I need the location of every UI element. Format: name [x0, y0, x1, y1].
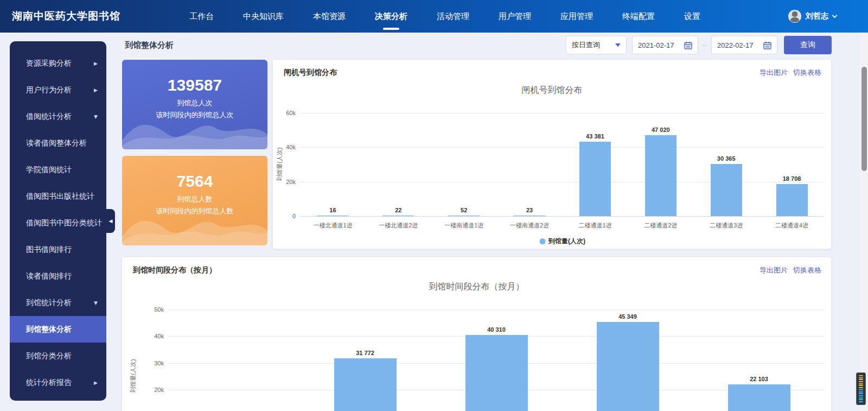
active-tab-underline — [383, 28, 399, 30]
x-category-label: 二楼通道4进 — [775, 222, 808, 230]
color-stripe — [859, 375, 863, 376]
sidebar-item-label: 读者借阅排行 — [26, 271, 72, 281]
sidebar-item-7[interactable]: 借阅图书中图分类统计 — [10, 210, 106, 236]
sidebar-item-label: 资源采购分析 — [26, 59, 72, 68]
nav-tab-4[interactable]: 决策分析 — [360, 0, 422, 33]
nav-tab-5[interactable]: 活动管理 — [422, 0, 484, 33]
nav-tab-1[interactable]: 工作台 — [175, 0, 228, 33]
bar-value-label: 47 020 — [652, 127, 670, 133]
x-category-label: 二楼通道1进 — [578, 222, 611, 230]
sidebar-item-8[interactable]: 图书借阅排行 — [10, 236, 106, 263]
nav-tab-7[interactable]: 应用管理 — [546, 0, 608, 33]
x-category-label: 一楼北通道1进 — [313, 222, 352, 230]
date-range-separator: -- — [703, 41, 707, 49]
color-stripe — [859, 383, 863, 384]
sidebar-item-10[interactable]: 到馆统计分析▼ — [10, 289, 106, 316]
user-name[interactable]: 刘哲志 — [806, 11, 828, 21]
bar-value-label: 16 — [329, 207, 336, 213]
brand-title: 湖南中医药大学图书馆 — [12, 9, 120, 23]
legend-item[interactable]: 到馆量(人次) — [539, 237, 585, 246]
bar-value-label: 23 — [526, 207, 533, 213]
sidebar-item-1[interactable]: 资源采购分析▶ — [10, 50, 106, 77]
bar[interactable] — [728, 384, 790, 411]
sidebar-item-2[interactable]: 用户行为分析▶ — [10, 77, 106, 103]
x-category-label: 一楼南通道1进 — [444, 222, 483, 230]
calendar-icon[interactable] — [684, 41, 692, 49]
stat-description: 该时间段内的到馆总人次 — [122, 110, 267, 120]
sidebar-item-9[interactable]: 读者借阅排行 — [10, 263, 106, 289]
nav-tab-9[interactable]: 设置 — [669, 0, 715, 33]
x-category-label: 二楼通道3进 — [710, 222, 743, 230]
nav-tab-2[interactable]: 中央知识库 — [228, 0, 298, 33]
bar[interactable] — [711, 164, 742, 216]
bar[interactable] — [448, 216, 480, 216]
y-tick-label: 50k — [142, 306, 164, 313]
color-stripe — [859, 389, 863, 390]
y-axis-title: 到馆量(人次) — [129, 338, 137, 411]
stat-card-total-visitors: 7564 到馆总人数 该时间段内的到馆总人数 — [122, 156, 267, 245]
nav-tab-label: 决策分析 — [375, 11, 407, 22]
x-category-label: 一楼南通道2进 — [510, 222, 549, 230]
nav-tab-label: 终端配置 — [622, 11, 655, 22]
bar[interactable] — [645, 135, 676, 216]
panel-gate-distribution: 闸机号到馆分布 导出图片 切换表格 闸机号到馆分布020k40k60k到馆量(人… — [273, 60, 831, 249]
nav-tab-label: 本馆资源 — [313, 11, 346, 22]
app-window: 湖南中医药大学图书馆 工作台中央知识库本馆资源决策分析活动管理用户管理应用管理终… — [0, 0, 868, 411]
stat-value: 7564 — [122, 172, 267, 191]
x-category-label: 二楼通道2进 — [644, 222, 677, 230]
bar[interactable] — [514, 216, 545, 216]
stat-card-total-visits: 139587 到馆总人次 该时间段内的到馆总人次 — [122, 60, 267, 149]
query-mode-value: 按日查询 — [572, 40, 600, 50]
sidebar-item-3[interactable]: 借阅统计分析▼ — [10, 103, 106, 130]
panel-time-distribution: 到馆时间段分布（按月） 导出图片 切换表格 到馆时间段分布（按月）20k30k4… — [122, 257, 831, 411]
bar[interactable] — [334, 358, 397, 411]
color-stripe — [859, 393, 863, 394]
bar-value-label: 30 365 — [717, 155, 736, 162]
stat-label: 到馆总人数 — [122, 194, 267, 204]
nav-tab-label: 用户管理 — [499, 11, 531, 22]
bar[interactable] — [382, 216, 414, 216]
gridline — [300, 113, 825, 113]
gridline — [168, 309, 825, 310]
sidebar-item-5[interactable]: 学院借阅统计 — [10, 156, 106, 183]
stat-description: 该时间段内的到馆总人数 — [122, 206, 267, 216]
scrollbar-track[interactable] — [860, 33, 868, 411]
end-date-value: 2022-02-17 — [717, 41, 754, 49]
bar[interactable] — [597, 322, 659, 411]
bar-value-label: 31 772 — [356, 350, 374, 356]
sidebar-item-6[interactable]: 借阅图书出版社统计 — [10, 183, 106, 210]
sidebar-item-13[interactable]: 统计分析报告▶ — [10, 369, 106, 396]
sidebar-item-12[interactable]: 到馆分类分析 — [10, 343, 106, 369]
y-tick-label: 40k — [142, 333, 164, 339]
sidebar-item-11[interactable]: 到馆整体分析 — [10, 316, 106, 343]
color-stripe — [859, 399, 863, 400]
sidebar-item-label: 统计分析报告 — [26, 378, 72, 388]
search-button[interactable]: 查询 — [784, 36, 832, 54]
sidebar: 资源采购分析▶用户行为分析▶借阅统计分析▼读者借阅整体分析学院借阅统计借阅图书出… — [10, 41, 106, 401]
calendar-icon[interactable] — [763, 41, 771, 49]
sidebar-collapse-toggle[interactable]: ◀ — [106, 209, 115, 233]
sidebar-item-label: 读者借阅整体分析 — [26, 138, 87, 148]
collapse-left-icon: ◀ — [109, 218, 113, 224]
color-stripe — [859, 395, 863, 396]
start-date-input[interactable]: 2021-02-17 — [632, 36, 698, 54]
sidebar-item-4[interactable]: 读者借阅整体分析 — [10, 130, 106, 156]
bar[interactable] — [776, 184, 808, 216]
user-menu[interactable]: 刘哲志 — [788, 10, 837, 23]
query-mode-select[interactable]: 按日查询 — [566, 36, 627, 54]
nav-tab-3[interactable]: 本馆资源 — [298, 0, 360, 33]
bar[interactable] — [317, 216, 348, 216]
nav-tab-8[interactable]: 终端配置 — [608, 0, 669, 33]
color-stripe — [859, 379, 863, 380]
chart-title: 闸机号到馆分布 — [273, 85, 831, 96]
y-axis-title: 到馆量(人次) — [276, 127, 284, 203]
nav-tab-label: 设置 — [684, 11, 700, 22]
bar[interactable] — [465, 335, 528, 411]
nav-tab-6[interactable]: 用户管理 — [484, 0, 546, 33]
gridline — [300, 182, 825, 182]
avatar[interactable] — [788, 10, 801, 23]
color-stripe — [859, 387, 863, 388]
bar[interactable] — [579, 142, 611, 216]
scrollbar-thumb[interactable] — [861, 67, 867, 171]
end-date-input[interactable]: 2022-02-17 — [711, 36, 777, 54]
